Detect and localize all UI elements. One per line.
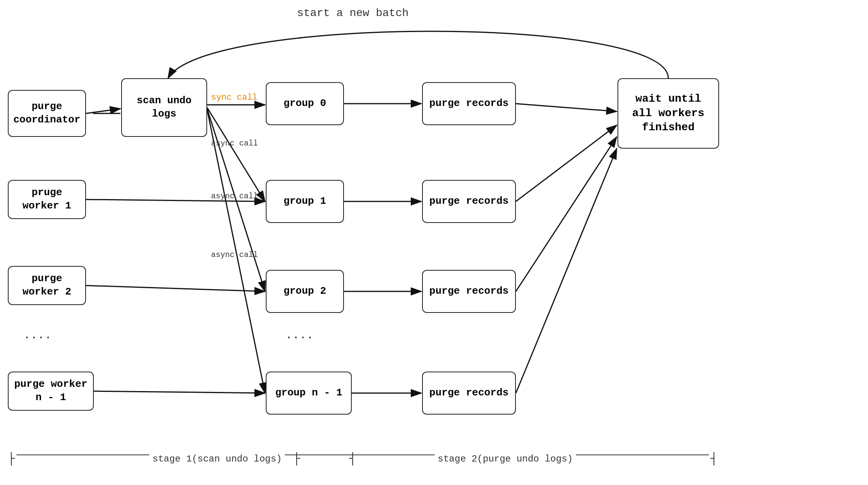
node-coordinator: purge coordinator xyxy=(8,90,86,137)
async-call3-label: async call xyxy=(211,250,258,259)
worker1-label: pruge worker 1 xyxy=(14,186,80,213)
group2-label: group 2 xyxy=(283,285,326,298)
svg-line-3 xyxy=(207,108,265,201)
workern-label: purge worker n - 1 xyxy=(14,378,88,404)
node-purge1: purge records xyxy=(422,180,516,223)
node-workern: purge worker n - 1 xyxy=(8,372,94,411)
node-purgen: purge records xyxy=(422,372,516,415)
node-worker1: pruge worker 1 xyxy=(8,180,86,219)
stage1-label: stage 1(scan undo logs) xyxy=(152,454,282,464)
node-wait: wait until all workers finished xyxy=(617,78,719,149)
svg-line-8 xyxy=(94,391,265,393)
groupn-label: group n - 1 xyxy=(275,386,342,400)
svg-line-7 xyxy=(86,286,265,291)
stage1-left-bracket: ├ xyxy=(8,452,15,465)
svg-line-16 xyxy=(516,149,617,393)
stage2-container: ├ stage 2(purge undo logs) ┤ xyxy=(293,452,718,465)
svg-line-13 xyxy=(516,104,617,111)
dots-workers: .... xyxy=(23,329,52,342)
node-group2: group 2 xyxy=(266,270,344,313)
stage2-label: stage 2(purge undo logs) xyxy=(438,454,573,464)
node-purge2: purge records xyxy=(422,270,516,313)
purge1-label: purge records xyxy=(430,195,509,208)
group0-label: group 0 xyxy=(283,97,326,110)
dots-groups: .... xyxy=(285,329,313,342)
purge0-label: purge records xyxy=(430,97,509,110)
node-scan-undo: scan undo logs xyxy=(121,78,207,137)
diagram-container: purge coordinator scan undo logs pruge w… xyxy=(0,0,868,485)
async-call1-label: async call xyxy=(211,139,258,148)
node-groupn: group n - 1 xyxy=(266,372,352,415)
node-group1: group 1 xyxy=(266,180,344,223)
worker2-label: purge worker 2 xyxy=(14,272,80,299)
svg-line-15 xyxy=(516,137,617,291)
node-group0: group 0 xyxy=(266,82,344,125)
scan-undo-label: scan undo logs xyxy=(137,94,191,121)
purge2-label: purge records xyxy=(430,285,509,298)
top-arc-label: start a new batch xyxy=(297,7,409,19)
stage2-right-bracket: ┤ xyxy=(711,452,718,465)
node-purge0: purge records xyxy=(422,82,516,125)
coordinator-label: purge coordinator xyxy=(13,100,81,127)
async-call2-label: async call xyxy=(211,192,258,201)
wait-label: wait until all workers finished xyxy=(632,92,705,135)
node-worker2: purge worker 2 xyxy=(8,266,86,305)
sync-call-label: sync call xyxy=(211,93,258,102)
purgen-label: purge records xyxy=(430,386,509,400)
stage2-left-bracket: ├ xyxy=(293,452,300,465)
group1-label: group 1 xyxy=(283,195,326,208)
svg-line-0 xyxy=(86,109,120,113)
svg-line-14 xyxy=(516,125,617,201)
